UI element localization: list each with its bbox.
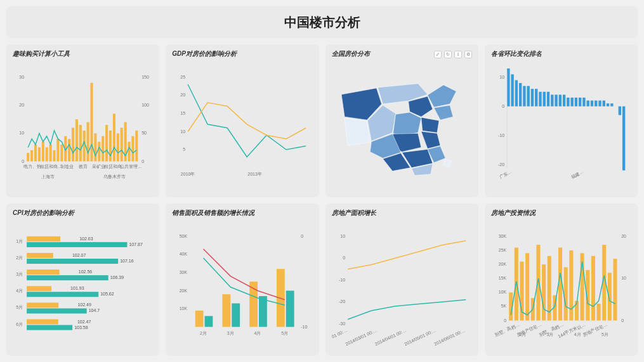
chart-c1[interactable]: 0102030050100150 电力、热…租赁和商…制造业教育采矿业租赁和商…… — [13, 60, 153, 193]
svg-text:5月: 5月 — [16, 305, 23, 309]
svg-rect-22 — [79, 125, 82, 162]
svg-rect-27 — [98, 142, 100, 162]
svg-rect-63 — [519, 83, 522, 107]
svg-rect-67 — [535, 89, 537, 107]
svg-rect-77 — [574, 98, 577, 107]
svg-text:2014/03/01 00:…: 2014/03/01 00:… — [345, 328, 378, 346]
svg-rect-36 — [131, 136, 134, 162]
svg-rect-138 — [232, 303, 240, 326]
svg-text:10: 10 — [181, 129, 186, 134]
chart-c4[interactable]: -20-10010广东…福建…广西…上海…海南…重庆…甘肃… — [491, 60, 631, 193]
svg-text:-10: -10 — [498, 133, 504, 138]
svg-rect-20 — [72, 127, 74, 161]
chart-c3[interactable]: ⤢ ↻ ⇩ ⚙ — [332, 60, 472, 193]
card-title: 房地产面积增长 — [332, 209, 472, 217]
svg-text:10: 10 — [499, 75, 504, 79]
svg-text:25: 25 — [181, 75, 186, 79]
svg-rect-8 — [27, 153, 29, 161]
svg-text:102.47: 102.47 — [77, 319, 91, 323]
zoom-icon[interactable]: ⤢ — [434, 51, 442, 58]
svg-rect-17 — [60, 145, 63, 162]
svg-rect-26 — [94, 133, 96, 161]
svg-text:30: 30 — [19, 75, 24, 79]
svg-rect-178 — [569, 250, 573, 320]
svg-text:30K: 30K — [180, 269, 188, 274]
chart-c7[interactable]: -30-20-10010 2014/02/01 00:…2014/03/01 0… — [332, 219, 472, 352]
svg-text:5月: 5月 — [601, 332, 608, 336]
svg-rect-66 — [531, 89, 534, 107]
svg-rect-72 — [555, 94, 557, 106]
svg-rect-172 — [536, 245, 540, 320]
refresh-icon[interactable]: ↻ — [444, 51, 452, 58]
svg-text:-20: -20 — [338, 299, 345, 304]
card-cpi: CPI对房价的影响分析 1月102.63107.872月102.07107.16… — [6, 204, 159, 356]
page-title: 中国楼市分析 — [284, 14, 360, 31]
svg-text:0: 0 — [343, 255, 345, 260]
svg-text:150: 150 — [141, 75, 149, 79]
svg-text:0: 0 — [22, 159, 24, 164]
svg-text:5K: 5K — [501, 304, 506, 308]
svg-rect-84 — [602, 101, 605, 107]
svg-rect-83 — [598, 101, 601, 107]
svg-text:上海市: 上海市 — [41, 174, 55, 179]
svg-rect-32 — [117, 133, 119, 161]
svg-rect-9 — [30, 150, 33, 162]
svg-text:3月: 3月 — [227, 330, 234, 335]
card-title: 房地产投资情况 — [491, 209, 631, 217]
svg-text:15: 15 — [181, 111, 186, 115]
svg-text:4月: 4月 — [254, 330, 261, 335]
chart-c2[interactable]: 510152025 2010年2013年2014年2016年 — [172, 60, 312, 193]
chart-c8[interactable]: 05K10K15K20K25K30K01020 别墅、高档…房地产住宅…别墅、高… — [491, 219, 631, 352]
svg-rect-73 — [558, 94, 561, 106]
svg-text:2月: 2月 — [519, 332, 526, 336]
card-map: 全国房价分布 ⤢ ↻ ⇩ ⚙ — [325, 44, 478, 197]
download-icon[interactable]: ⇩ — [454, 51, 462, 58]
dashboard-page: 中国楼市分析 趣味购买计算小工具 0102030050100150 电力、热…租… — [0, 0, 644, 362]
svg-rect-89 — [622, 107, 625, 171]
svg-rect-71 — [551, 94, 553, 106]
svg-text:100: 100 — [141, 103, 149, 107]
card-title: 销售面积及销售额的增长情况 — [172, 209, 312, 217]
svg-rect-33 — [121, 127, 123, 161]
svg-text:1月: 1月 — [16, 238, 23, 243]
svg-rect-68 — [539, 92, 541, 107]
settings-icon[interactable]: ⚙ — [464, 51, 472, 58]
svg-rect-16 — [56, 139, 59, 161]
svg-text:15K: 15K — [498, 276, 506, 280]
svg-rect-186 — [613, 259, 617, 320]
svg-text:5月: 5月 — [282, 330, 289, 335]
svg-rect-170 — [525, 253, 529, 320]
svg-text:2013年: 2013年 — [248, 172, 263, 176]
svg-rect-29 — [105, 125, 108, 162]
svg-rect-99 — [27, 236, 60, 241]
svg-text:101.93: 101.93 — [70, 286, 84, 290]
svg-text:107.87: 107.87 — [129, 242, 143, 246]
svg-rect-135 — [195, 310, 204, 326]
chart-c5[interactable]: 1月102.63107.872月102.07107.163月102.56106.… — [13, 219, 153, 352]
svg-text:105.62: 105.62 — [100, 292, 114, 296]
svg-text:102.63: 102.63 — [79, 236, 93, 240]
svg-text:-10: -10 — [338, 277, 345, 281]
svg-rect-60 — [507, 68, 509, 107]
chart-c6[interactable]: 10K20K30K40K50K-100 2月3月4月5月 — [172, 219, 312, 352]
svg-text:10: 10 — [340, 233, 345, 238]
svg-text:20: 20 — [621, 233, 626, 238]
svg-text:106.39: 106.39 — [110, 275, 124, 280]
svg-rect-182 — [591, 255, 595, 320]
svg-rect-70 — [547, 92, 549, 107]
svg-rect-62 — [515, 80, 517, 106]
svg-text:20: 20 — [181, 93, 186, 97]
svg-text:102.56: 102.56 — [79, 269, 93, 274]
svg-text:104.7: 104.7 — [89, 308, 100, 313]
svg-text:25K: 25K — [498, 247, 506, 252]
svg-rect-101 — [27, 242, 127, 247]
svg-rect-88 — [618, 107, 621, 115]
svg-rect-119 — [27, 302, 58, 307]
svg-text:3月: 3月 — [546, 332, 553, 336]
svg-text:广东…: 广东… — [499, 169, 513, 179]
svg-text:-30: -30 — [338, 321, 345, 325]
svg-text:102.49: 102.49 — [77, 302, 91, 307]
svg-text:2月: 2月 — [200, 330, 207, 335]
svg-text:2014/04/01 00:…: 2014/04/01 00:… — [374, 328, 407, 346]
svg-rect-106 — [27, 259, 118, 264]
